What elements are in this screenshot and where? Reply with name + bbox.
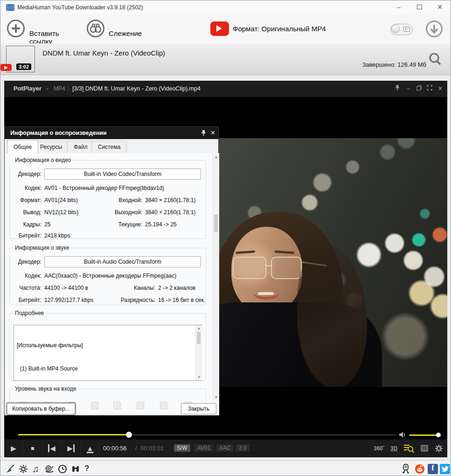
scroll-up-icon[interactable]: ▲	[196, 326, 202, 330]
dialog-pin-icon[interactable]	[201, 130, 207, 136]
fullscreen-button[interactable]	[425, 84, 434, 93]
channels-badge: 2.0	[236, 444, 250, 452]
youtube-icon	[210, 21, 229, 36]
mode-toggle[interactable]	[390, 24, 413, 35]
eject-icon: ▲	[87, 445, 94, 453]
settings-gear-icon[interactable]	[18, 464, 28, 474]
toggle-knob[interactable]	[391, 25, 400, 33]
stream-type-badge: MP4	[54, 85, 65, 92]
eject-button[interactable]: ▲	[81, 440, 100, 457]
next-icon: ▶	[67, 444, 75, 452]
video-row-label: Входной:	[94, 197, 142, 203]
video-codec-badge: AV01	[194, 444, 213, 452]
video-info-group: Информация о видео Декодер: Built-in Vid…	[9, 157, 206, 239]
twitter-icon[interactable]	[440, 464, 450, 474]
pin-button[interactable]	[393, 84, 402, 93]
next-button[interactable]: ▶	[62, 440, 81, 457]
dialog-close-button[interactable]: Закрыть	[181, 403, 216, 414]
reddit-icon[interactable]	[415, 464, 425, 474]
snail-icon[interactable]	[44, 464, 55, 474]
dialog-scrollbar[interactable]: ▲ ▼	[213, 154, 219, 400]
audio-decoder-button[interactable]: Built-in Audio Codec/Transform	[44, 256, 201, 267]
scrollbar-thumb[interactable]	[214, 215, 218, 232]
seek-progress	[18, 434, 129, 435]
plus-icon	[7, 20, 25, 37]
watch-button[interactable]: Слежение	[87, 20, 143, 38]
maximize-button[interactable]	[409, 0, 430, 14]
tab-general[interactable]: Общее	[7, 140, 38, 154]
download-button[interactable]	[426, 21, 443, 37]
level-meter-box	[113, 402, 121, 409]
seek-row	[4, 431, 447, 439]
titlebar: MediaHuman YouTube Downloader v3.9.18 (2…	[0, 0, 451, 15]
video-row-label: Выходной:	[94, 209, 142, 216]
level-meter-box	[137, 402, 144, 409]
video-subject-glasses-lens	[233, 257, 266, 279]
audio-codec-value: AAC(0xaac0) - Встроенные декодеры FFmpeg…	[44, 273, 176, 279]
play-button[interactable]: ▶	[4, 440, 23, 457]
listbox-line: (1) Built-in MP4 Source	[17, 365, 201, 373]
potplayer-menu[interactable]: PotPlayer	[14, 85, 42, 92]
help-icon[interactable]: ?	[84, 464, 89, 473]
view-3d-button[interactable]: 3D	[390, 445, 397, 452]
seek-thumb[interactable]	[126, 432, 132, 438]
scrollbar-thumb[interactable]	[197, 332, 201, 344]
speaker-icon[interactable]	[399, 431, 406, 438]
facebook-icon[interactable]: f	[428, 464, 438, 474]
previous-button[interactable]: ◀	[42, 440, 62, 457]
pp-minimize-button[interactable]: –	[404, 84, 413, 93]
audio-row-label: Частота:	[10, 285, 42, 291]
pp-maximize-button[interactable]	[414, 84, 423, 93]
video-subject-teeth	[258, 292, 274, 295]
video-row-value: NV12(12 bits)	[44, 209, 78, 216]
volume-thumb[interactable]	[436, 433, 441, 437]
scroll-down-icon[interactable]: ▼	[213, 395, 219, 399]
facebook-letter: f	[431, 464, 434, 472]
panel-button[interactable]	[420, 444, 429, 452]
tab-resources[interactable]: Ресурсы	[34, 141, 69, 153]
tab-file[interactable]: Файл	[67, 141, 94, 153]
filters-listbox[interactable]: [Используемые фильтры] (1) Built-in MP4 …	[14, 325, 202, 381]
dialog-body: Информация о видео Декодер: Built-in Vid…	[5, 153, 219, 415]
app-icon	[6, 4, 14, 11]
minimize-button[interactable]: –	[389, 0, 409, 14]
mediahuman-mascot-icon[interactable]	[401, 464, 411, 474]
stop-button[interactable]: ■	[23, 440, 42, 457]
listbox-line: [Используемые фильтры]	[17, 342, 201, 350]
audio-group-legend: Информация о звуке	[14, 245, 70, 251]
previous-icon: ◀	[48, 444, 56, 452]
video-row-label: Битрейт:	[10, 232, 42, 239]
scroll-up-icon[interactable]: ▲	[213, 155, 219, 159]
listbox-scrollbar[interactable]: ▲ ▼	[195, 325, 202, 380]
settings-gear-icon[interactable]	[434, 444, 444, 453]
paste-link-button[interactable]: Вставить ссылку	[7, 20, 82, 38]
music-note-icon[interactable]: ♫	[32, 464, 39, 475]
video-group-legend: Информация о видео	[14, 157, 72, 163]
paste-link-label: Вставить ссылку	[29, 29, 82, 45]
format-selector[interactable]: Формат: Оригинальный MP4	[210, 20, 336, 39]
duration-badge: 3:02	[16, 63, 31, 70]
audio-row-value: 16 -> 16 бит в сек.	[158, 297, 205, 303]
video-codec-label: Кодек:	[10, 185, 42, 191]
close-button[interactable]: ✕	[430, 0, 450, 14]
cleanup-broom-icon[interactable]	[5, 464, 15, 474]
audio-codec-label: Кодек:	[10, 273, 42, 279]
potplayer-titlebar[interactable]: PotPlayer ⌄ MP4 | [3/3] DNDM ft. Umar Ke…	[4, 81, 447, 97]
pp-close-button[interactable]: ✕	[436, 84, 445, 93]
dialog-titlebar[interactable]: Информация о воспроизведении ✕	[5, 127, 218, 139]
dialog-close-icon[interactable]: ✕	[210, 129, 215, 136]
playback-info-button[interactable]	[403, 444, 415, 453]
scroll-down-icon[interactable]: ▼	[196, 375, 202, 379]
download-item-row[interactable]: Zero 3:02 DNDM ft. Umar Keyn - Zero (Vid…	[0, 43, 451, 75]
time-total: 00:03:01	[140, 445, 164, 452]
video-row-value: AV01(24 bits)	[44, 197, 78, 203]
tab-system[interactable]: Система	[91, 141, 127, 153]
volume-track[interactable]	[409, 434, 438, 436]
tracking-binoculars-icon[interactable]	[70, 464, 81, 474]
video-row-value: 3840 × 2160(1.78:1)	[145, 209, 195, 216]
copy-to-clipboard-button[interactable]: Копировать в буфер...	[7, 403, 75, 414]
magnifier-icon[interactable]	[428, 52, 443, 67]
video-decoder-button[interactable]: Built-in Video Codec/Transform	[44, 168, 201, 180]
view-360-button[interactable]: 360˚	[374, 445, 385, 452]
schedule-clock-icon[interactable]	[57, 464, 68, 474]
